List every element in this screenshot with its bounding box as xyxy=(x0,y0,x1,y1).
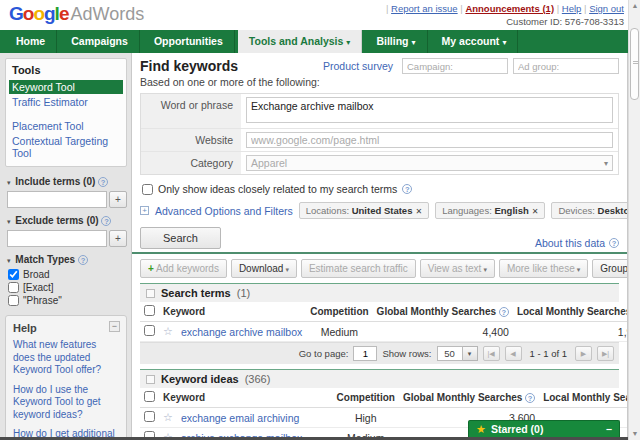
related-ideas-checkbox[interactable] xyxy=(142,184,153,195)
first-page-button[interactable]: |◀ xyxy=(483,346,500,361)
word-or-phrase-textarea[interactable]: Exchange archive mailbox xyxy=(246,97,613,123)
phrase-checkbox[interactable] xyxy=(8,295,19,306)
expand-icon[interactable]: + xyxy=(140,206,149,215)
exact-checkbox[interactable] xyxy=(8,282,19,293)
help-icon[interactable]: ? xyxy=(78,255,88,265)
search-button[interactable]: Search xyxy=(140,227,221,249)
col-competition[interactable]: Competition xyxy=(306,302,372,322)
group-by-button[interactable]: Group by None▾ xyxy=(592,259,628,278)
help-icon[interactable]: ? xyxy=(499,307,509,317)
show-rows-label: Show rows: xyxy=(382,348,431,359)
main-content: Find keywords Product survey Based on on… xyxy=(131,53,628,440)
help-link[interactable]: Help xyxy=(562,3,582,14)
starred-panel[interactable]: ★ Starred (0) − xyxy=(468,420,620,437)
estimate-search-traffic-button[interactable]: Estimate search traffic xyxy=(301,259,416,278)
prev-page-button[interactable]: ◀ xyxy=(505,346,522,361)
tab-opportunities[interactable]: Opportunities xyxy=(143,30,235,53)
col-keyword[interactable]: Keyword xyxy=(159,302,306,322)
tab-billing[interactable]: Billing▾ xyxy=(365,30,427,53)
match-types-header[interactable]: ▾ Match Types ? xyxy=(7,254,127,265)
sidebar-item-keyword-tool[interactable]: Keyword Tool xyxy=(9,80,123,94)
keyword-link[interactable]: exchange email archiving xyxy=(181,412,299,424)
global-searches-value: 4,400 xyxy=(373,322,513,342)
find-keywords-form: Word or phrase Exchange archive mailbox … xyxy=(140,93,619,175)
col-competition[interactable]: Competition xyxy=(333,388,399,408)
help-icon[interactable]: ? xyxy=(402,184,412,194)
sidebar-item-contextual-targeting-tool[interactable]: Contextual Targeting Tool xyxy=(9,134,123,160)
website-input[interactable] xyxy=(246,132,613,148)
last-page-button[interactable]: ▶| xyxy=(597,346,614,361)
next-page-button[interactable]: ▶ xyxy=(575,346,592,361)
sidebar-item-traffic-estimator[interactable]: Traffic Estimator xyxy=(9,95,123,109)
include-terms-input[interactable] xyxy=(7,191,107,208)
scrollbar-thumb[interactable] xyxy=(630,28,639,100)
filter-chip-languages: Languages: English✕ xyxy=(435,202,545,219)
col-keyword[interactable]: Keyword xyxy=(159,388,333,408)
triangle-down-icon: ▾ xyxy=(7,257,11,264)
sign-out-link[interactable]: Sign out xyxy=(589,3,624,14)
tab-tools-and-analysis[interactable]: Tools and Analysis▾ xyxy=(238,30,363,53)
select-all-checkbox[interactable] xyxy=(144,305,155,316)
include-terms-header[interactable]: ▾ Include terms (0) ? xyxy=(7,176,127,187)
help-link-2[interactable]: How do I use the Keyword Tool to get key… xyxy=(13,384,119,422)
help-icon[interactable]: ? xyxy=(609,238,619,248)
col-global[interactable]: Global Monthly Searches ? xyxy=(399,388,539,408)
announcements-link[interactable]: Announcements (1) xyxy=(465,3,554,14)
collapse-toggle-icon[interactable] xyxy=(146,289,155,298)
add-keywords-button[interactable]: + Add keywords xyxy=(140,259,227,278)
rows-per-page-select[interactable]: 50▾ xyxy=(437,346,478,361)
help-icon[interactable]: ? xyxy=(525,393,535,403)
sidebar-item-placement-tool[interactable]: Placement Tool xyxy=(9,119,123,133)
tab-my-account[interactable]: My account▾ xyxy=(431,30,519,53)
scroll-up-arrow-icon[interactable]: ▲ xyxy=(629,0,640,12)
col-global[interactable]: Global Monthly Searches ? xyxy=(373,302,513,322)
star-icon[interactable]: ☆ xyxy=(163,325,173,337)
go-to-page-label: Go to page: xyxy=(299,348,349,359)
exclude-terms-header[interactable]: ▾ Exclude terms (0) ? xyxy=(7,215,127,226)
close-icon[interactable]: ✕ xyxy=(532,207,539,216)
row-checkbox[interactable] xyxy=(144,325,155,336)
chevron-down-icon: ▾ xyxy=(502,38,506,47)
close-icon[interactable]: ✕ xyxy=(415,207,422,216)
star-filled-icon: ★ xyxy=(476,423,486,436)
about-this-data-link[interactable]: About this data xyxy=(535,237,605,249)
keyword-ideas-section-header: Keyword ideas (366) xyxy=(140,369,619,388)
category-select[interactable]: Apparel▾ xyxy=(246,155,613,171)
add-exclude-term-button[interactable]: + xyxy=(109,230,127,247)
help-icon[interactable]: ? xyxy=(98,177,108,187)
page-number-input[interactable] xyxy=(353,346,377,361)
adwords-logo-text: AdWords xyxy=(70,4,144,24)
chevron-down-icon: ▾ xyxy=(604,159,608,168)
help-icon[interactable]: ? xyxy=(101,216,111,226)
match-type-exact[interactable]: [Exact] xyxy=(8,282,127,293)
broad-checkbox[interactable] xyxy=(8,269,19,280)
advanced-options-link[interactable]: Advanced Options and Filters xyxy=(155,205,293,217)
word-or-phrase-label: Word or phrase xyxy=(141,94,241,128)
collapse-toggle-icon[interactable] xyxy=(146,375,155,384)
download-button[interactable]: Download▾ xyxy=(231,259,297,278)
vertical-scrollbar[interactable]: ▲ ▼ xyxy=(628,0,640,440)
scroll-down-arrow-icon[interactable]: ▼ xyxy=(629,428,640,440)
more-like-these-button[interactable]: More like these▾ xyxy=(499,259,588,278)
col-local[interactable]: Local Monthly Searches ? xyxy=(513,302,628,322)
star-icon[interactable]: ☆ xyxy=(163,411,173,423)
add-include-term-button[interactable]: + xyxy=(109,191,127,208)
match-type-broad[interactable]: Broad xyxy=(8,269,127,280)
col-local[interactable]: Local Monthly Searches ? xyxy=(539,388,628,408)
tab-campaigns[interactable]: Campaigns xyxy=(60,30,140,53)
report-issue-link[interactable]: Report an issue xyxy=(391,3,458,14)
view-as-text-button[interactable]: View as text▾ xyxy=(420,259,495,278)
help-link-1[interactable]: What new features does the updated Keywo… xyxy=(13,339,119,377)
row-checkbox[interactable] xyxy=(144,411,155,422)
minimize-starred-button[interactable]: − xyxy=(606,423,612,435)
campaign-input[interactable] xyxy=(402,58,508,74)
minimize-help-button[interactable]: − xyxy=(109,321,120,332)
related-ideas-option[interactable]: Only show ideas closely related to my se… xyxy=(142,183,619,195)
tab-home[interactable]: Home xyxy=(5,30,57,53)
exclude-terms-input[interactable] xyxy=(7,230,107,247)
select-all-checkbox[interactable] xyxy=(144,391,155,402)
product-survey-link[interactable]: Product survey xyxy=(323,60,393,72)
keyword-link[interactable]: exchange archive mailbox xyxy=(181,326,302,338)
match-type-phrase[interactable]: "Phrase" xyxy=(8,295,127,306)
ad-group-input[interactable] xyxy=(513,58,619,74)
